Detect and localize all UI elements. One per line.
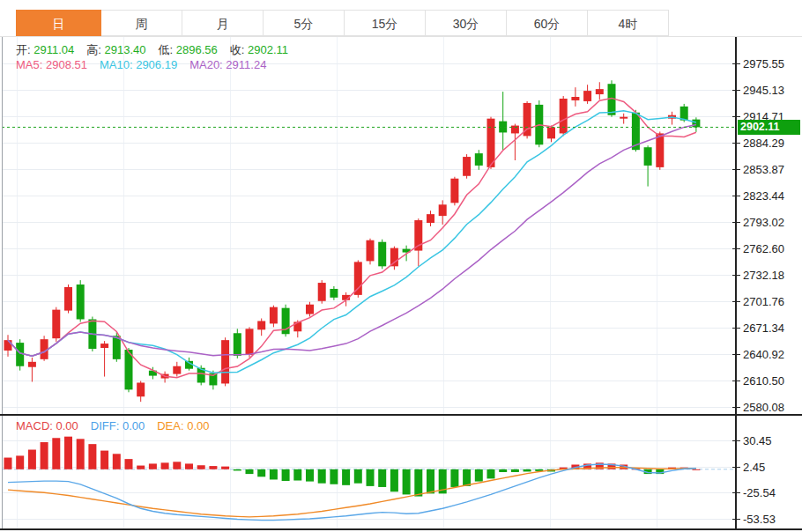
axis-tick-label: -25.54: [743, 486, 776, 499]
axis-tick-label: 2853.87: [743, 163, 784, 176]
candle-body: [427, 214, 434, 223]
axis-tick-label: 2640.92: [743, 348, 784, 361]
candle-body: [28, 362, 36, 367]
macd-histogram-bar: [390, 469, 398, 491]
mabar-item-1: MA10: 2906.19: [100, 58, 177, 71]
macd-histogram-bar: [16, 455, 24, 469]
candle-body: [439, 204, 447, 216]
axis-tick-label: 2580.08: [743, 401, 784, 414]
tab-bar-divider: [0, 36, 802, 37]
macd-histogram-bar: [173, 462, 181, 469]
ma10-line: [8, 111, 696, 373]
candle-body: [463, 157, 471, 176]
macdbar-item-0: MACD: 0.00: [16, 419, 78, 432]
candle-body: [257, 321, 265, 329]
macd-histogram-bar: [367, 469, 375, 486]
macd-histogram-bar: [378, 469, 386, 487]
mabar-item-0: MA5: 2908.51: [16, 58, 87, 71]
tab-period-4[interactable]: 15分: [345, 10, 426, 36]
macd-histogram-bar: [28, 450, 36, 469]
macd-legend: MACD: 0.00DIFF: 0.00DEA: 0.00: [16, 419, 222, 432]
tab-period-5[interactable]: 30分: [426, 10, 507, 36]
macd-histogram-bar: [113, 454, 121, 469]
macd-histogram-bar: [246, 469, 254, 474]
axis-tick-label: 2975.55: [743, 57, 784, 70]
macdbar-item-2: DEA: 0.00: [157, 419, 209, 432]
current-price-tag: 2902.11: [738, 120, 800, 135]
candle-body: [77, 284, 85, 319]
macd-histogram-bar: [414, 469, 422, 497]
tab-period-2[interactable]: 月: [182, 10, 264, 36]
axis-tick-label: 2732.18: [743, 269, 784, 282]
macd-histogram-bar: [52, 438, 60, 469]
macd-histogram-bar: [270, 469, 278, 480]
ma5-line: [8, 98, 696, 377]
macd-histogram-bar: [463, 469, 471, 486]
ohlcbar-item-0: 开: 2911.04: [16, 43, 74, 56]
candle-body: [547, 128, 555, 139]
candle-body: [596, 89, 604, 94]
macd-histogram-bar: [125, 459, 133, 469]
candle-body: [64, 287, 72, 311]
macd-histogram-bar: [185, 463, 193, 469]
ohlcbar-item-2: 低: 2896.56: [159, 43, 218, 56]
tab-period-0[interactable]: 日: [16, 10, 101, 36]
candle-body: [234, 333, 241, 356]
mabar-item-2: MA20: 2911.24: [189, 58, 266, 71]
ohlcbar-item-3: 收: 2902.11: [230, 43, 288, 56]
candle-body: [378, 242, 386, 267]
candle-body: [173, 366, 181, 374]
ohlc-legend: 开: 2911.04高: 2913.40低: 2896.56收: 2902.11: [16, 42, 301, 58]
period-tab-bar: 日周月5分15分30分60分4时: [16, 10, 669, 36]
candle-body: [583, 91, 591, 101]
macd-histogram-bar: [234, 469, 241, 471]
ma-legend: MA5: 2908.51MA10: 2906.19MA20: 2911.24: [16, 58, 278, 71]
macd-histogram-bar: [100, 451, 108, 469]
axis-tick-label: 2762.60: [743, 242, 784, 255]
candle-body: [620, 117, 627, 119]
axis-tick-label: 2671.34: [743, 321, 784, 335]
candle-body: [644, 147, 652, 166]
candle-body: [100, 344, 108, 348]
macd-histogram-bar: [149, 463, 157, 469]
macdbar-item-1: DIFF: 0.00: [91, 419, 145, 432]
candle-body: [306, 305, 314, 314]
diff-line: [8, 464, 696, 521]
candle-body: [571, 97, 579, 100]
candle-body: [692, 120, 700, 128]
macd-histogram-bar: [692, 469, 700, 470]
macd-histogram-bar: [499, 469, 507, 472]
candle-body: [450, 179, 458, 203]
macd-histogram-bar: [4, 458, 12, 469]
tab-period-3[interactable]: 5分: [264, 10, 345, 36]
macd-histogram-bar: [487, 469, 495, 479]
candle-body: [137, 382, 145, 396]
macd-histogram-bar: [306, 469, 314, 482]
dea-line: [8, 468, 696, 517]
candle-body: [221, 340, 229, 383]
macd-histogram-bar: [77, 439, 85, 469]
axis-tick-label: 2610.50: [743, 374, 784, 388]
macd-histogram-bar: [257, 469, 265, 477]
tab-period-6[interactable]: 60分: [507, 10, 588, 36]
candle-body: [270, 307, 278, 324]
axis-tick-label: 2884.29: [743, 137, 784, 150]
candle-body: [330, 289, 338, 298]
macd-histogram-bar: [330, 469, 338, 484]
candle-body: [246, 329, 254, 355]
macd-histogram-bar: [161, 462, 169, 469]
tab-period-1[interactable]: 周: [101, 10, 182, 36]
candle-body: [52, 310, 60, 339]
candlestick-chart-canvas[interactable]: 2975.552945.132914.712884.292853.872823.…: [0, 0, 802, 532]
axis-tick-label: 2823.44: [743, 189, 784, 203]
candle-body: [475, 153, 483, 166]
tab-period-7[interactable]: 4时: [588, 10, 669, 36]
macd-histogram-bar: [197, 465, 205, 469]
axis-tick-label: 2945.13: [743, 84, 784, 97]
candle-body: [560, 99, 568, 133]
ohlcbar-item-1: 高: 2913.40: [86, 43, 145, 56]
axis-tick-label: 2793.02: [743, 216, 784, 229]
axis-tick-label: -53.53: [743, 513, 776, 526]
macd-histogram-bar: [475, 469, 483, 482]
candle-body: [318, 283, 326, 301]
